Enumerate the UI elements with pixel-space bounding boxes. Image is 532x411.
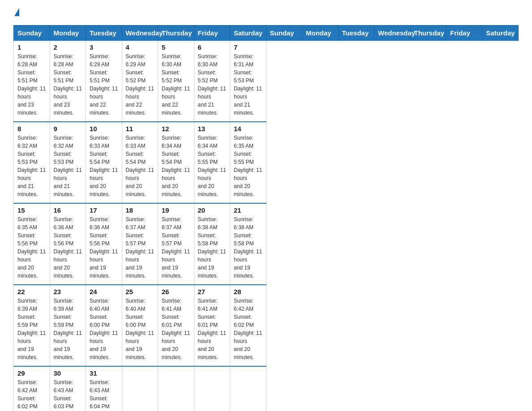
- day-info: Sunrise: 6:38 AMSunset: 5:58 PMDaylight:…: [234, 215, 262, 280]
- calendar-day-cell: [230, 366, 266, 411]
- day-info: Sunrise: 6:29 AMSunset: 5:51 PMDaylight:…: [90, 52, 118, 117]
- day-number: 23: [54, 288, 82, 295]
- day-number: 27: [198, 288, 227, 295]
- day-info: Sunrise: 6:40 AMSunset: 6:00 PMDaylight:…: [90, 297, 118, 361]
- day-number: 26: [162, 288, 190, 295]
- day-of-week-header: Friday: [446, 26, 483, 41]
- day-number: 20: [198, 206, 227, 214]
- calendar-day-cell: 10Sunrise: 6:33 AMSunset: 5:54 PMDayligh…: [86, 122, 122, 203]
- day-number: 9: [54, 125, 82, 133]
- day-info: Sunrise: 6:31 AMSunset: 5:53 PMDaylight:…: [234, 52, 262, 117]
- day-info: Sunrise: 6:34 AMSunset: 5:55 PMDaylight:…: [198, 134, 227, 198]
- calendar-day-cell: 30Sunrise: 6:43 AMSunset: 6:03 PMDayligh…: [50, 366, 86, 411]
- calendar-day-cell: 16Sunrise: 6:36 AMSunset: 5:56 PMDayligh…: [50, 203, 86, 285]
- calendar-day-cell: 19Sunrise: 6:37 AMSunset: 5:57 PMDayligh…: [158, 203, 194, 285]
- calendar-day-cell: 25Sunrise: 6:40 AMSunset: 6:00 PMDayligh…: [122, 285, 158, 366]
- day-number: 19: [162, 206, 190, 214]
- day-info: Sunrise: 6:35 AMSunset: 5:56 PMDaylight:…: [17, 215, 46, 280]
- day-of-week-header: Wednesday: [374, 26, 411, 41]
- day-info: Sunrise: 6:39 AMSunset: 5:59 PMDaylight:…: [17, 297, 46, 361]
- day-number: 28: [234, 288, 262, 295]
- logo-wrapper: [13, 9, 19, 17]
- logo-triangle-icon: [14, 8, 19, 16]
- day-info: Sunrise: 6:41 AMSunset: 6:01 PMDaylight:…: [198, 297, 227, 361]
- calendar-day-cell: 24Sunrise: 6:40 AMSunset: 6:00 PMDayligh…: [86, 285, 122, 366]
- calendar-table: SundayMondayTuesdayWednesdayThursdayFrid…: [13, 25, 519, 411]
- calendar-day-cell: 2Sunrise: 6:28 AMSunset: 5:51 PMDaylight…: [50, 41, 86, 122]
- day-number: 31: [90, 369, 118, 377]
- calendar-day-cell: 6Sunrise: 6:30 AMSunset: 5:52 PMDaylight…: [194, 41, 230, 122]
- day-of-week-header: Thursday: [158, 26, 194, 41]
- day-info: Sunrise: 6:42 AMSunset: 6:02 PMDaylight:…: [234, 297, 262, 361]
- calendar-day-cell: 5Sunrise: 6:30 AMSunset: 5:52 PMDaylight…: [158, 41, 194, 122]
- day-number: 4: [126, 43, 154, 51]
- logo-area: [13, 9, 19, 17]
- calendar-day-cell: 12Sunrise: 6:34 AMSunset: 5:54 PMDayligh…: [158, 122, 194, 203]
- calendar-day-cell: 8Sunrise: 6:32 AMSunset: 5:53 PMDaylight…: [14, 122, 50, 203]
- day-of-week-header: Tuesday: [338, 26, 374, 41]
- day-number: 1: [17, 43, 46, 51]
- calendar-day-cell: [122, 366, 158, 411]
- day-number: 2: [54, 43, 82, 51]
- day-of-week-header: Saturday: [482, 26, 519, 41]
- day-number: 21: [234, 206, 262, 214]
- calendar-day-cell: [158, 366, 194, 411]
- day-number: 13: [198, 125, 227, 133]
- day-number: 25: [126, 288, 154, 295]
- day-info: Sunrise: 6:30 AMSunset: 5:52 PMDaylight:…: [162, 52, 190, 117]
- calendar-week-row: 8Sunrise: 6:32 AMSunset: 5:53 PMDaylight…: [14, 122, 519, 203]
- calendar-day-cell: 20Sunrise: 6:38 AMSunset: 5:58 PMDayligh…: [194, 203, 230, 285]
- day-number: 18: [126, 206, 154, 214]
- day-number: 11: [126, 125, 154, 133]
- calendar-day-cell: 4Sunrise: 6:29 AMSunset: 5:52 PMDaylight…: [122, 41, 158, 122]
- calendar-day-cell: 9Sunrise: 6:32 AMSunset: 5:53 PMDaylight…: [50, 122, 86, 203]
- calendar-day-cell: 17Sunrise: 6:36 AMSunset: 5:56 PMDayligh…: [86, 203, 122, 285]
- day-number: 30: [54, 369, 82, 377]
- calendar-day-cell: 27Sunrise: 6:41 AMSunset: 6:01 PMDayligh…: [194, 285, 230, 366]
- day-number: 10: [90, 125, 118, 133]
- day-number: 17: [90, 206, 118, 214]
- day-number: 29: [17, 369, 46, 377]
- day-info: Sunrise: 6:28 AMSunset: 5:51 PMDaylight:…: [17, 52, 46, 117]
- calendar-day-cell: [194, 366, 230, 411]
- calendar-day-cell: 29Sunrise: 6:42 AMSunset: 6:02 PMDayligh…: [14, 366, 50, 411]
- day-info: Sunrise: 6:33 AMSunset: 5:54 PMDaylight:…: [126, 134, 154, 198]
- day-info: Sunrise: 6:35 AMSunset: 5:55 PMDaylight:…: [234, 134, 262, 198]
- day-number: 15: [17, 206, 46, 214]
- day-info: Sunrise: 6:41 AMSunset: 6:01 PMDaylight:…: [162, 297, 190, 361]
- day-info: Sunrise: 6:34 AMSunset: 5:54 PMDaylight:…: [162, 134, 190, 198]
- day-info: Sunrise: 6:33 AMSunset: 5:54 PMDaylight:…: [90, 134, 118, 198]
- day-info: Sunrise: 6:37 AMSunset: 5:57 PMDaylight:…: [162, 215, 190, 280]
- day-of-week-header: Wednesday: [122, 26, 158, 41]
- day-number: 6: [198, 43, 227, 51]
- day-number: 16: [54, 206, 82, 214]
- day-info: Sunrise: 6:39 AMSunset: 5:59 PMDaylight:…: [54, 297, 82, 361]
- day-of-week-header: Monday: [50, 26, 86, 41]
- day-number: 3: [90, 43, 118, 51]
- day-info: Sunrise: 6:30 AMSunset: 5:52 PMDaylight:…: [198, 52, 227, 117]
- calendar-day-cell: 15Sunrise: 6:35 AMSunset: 5:56 PMDayligh…: [14, 203, 50, 285]
- calendar-day-cell: 31Sunrise: 6:43 AMSunset: 6:04 PMDayligh…: [86, 366, 122, 411]
- calendar-day-cell: 3Sunrise: 6:29 AMSunset: 5:51 PMDaylight…: [86, 41, 122, 122]
- calendar-day-cell: 26Sunrise: 6:41 AMSunset: 6:01 PMDayligh…: [158, 285, 194, 366]
- day-of-week-header: Sunday: [14, 26, 50, 41]
- calendar-day-cell: 18Sunrise: 6:37 AMSunset: 5:57 PMDayligh…: [122, 203, 158, 285]
- calendar-day-cell: 13Sunrise: 6:34 AMSunset: 5:55 PMDayligh…: [194, 122, 230, 203]
- day-info: Sunrise: 6:37 AMSunset: 5:57 PMDaylight:…: [126, 215, 154, 280]
- calendar-day-cell: 7Sunrise: 6:31 AMSunset: 5:53 PMDaylight…: [230, 41, 266, 122]
- day-of-week-header: Thursday: [410, 26, 446, 41]
- calendar-day-cell: 28Sunrise: 6:42 AMSunset: 6:02 PMDayligh…: [230, 285, 266, 366]
- calendar-day-cell: 22Sunrise: 6:39 AMSunset: 5:59 PMDayligh…: [14, 285, 50, 366]
- day-info: Sunrise: 6:40 AMSunset: 6:00 PMDaylight:…: [126, 297, 154, 361]
- calendar-day-cell: 14Sunrise: 6:35 AMSunset: 5:55 PMDayligh…: [230, 122, 266, 203]
- day-number: 14: [234, 125, 262, 133]
- day-number: 7: [234, 43, 262, 51]
- day-info: Sunrise: 6:32 AMSunset: 5:53 PMDaylight:…: [54, 134, 82, 198]
- day-info: Sunrise: 6:43 AMSunset: 6:03 PMDaylight:…: [54, 378, 82, 411]
- day-number: 24: [90, 288, 118, 295]
- calendar-day-cell: 1Sunrise: 6:28 AMSunset: 5:51 PMDaylight…: [14, 41, 50, 122]
- day-number: 22: [17, 288, 46, 295]
- calendar-day-cell: 11Sunrise: 6:33 AMSunset: 5:54 PMDayligh…: [122, 122, 158, 203]
- day-of-week-header: Sunday: [266, 26, 302, 41]
- day-info: Sunrise: 6:36 AMSunset: 5:56 PMDaylight:…: [54, 215, 82, 280]
